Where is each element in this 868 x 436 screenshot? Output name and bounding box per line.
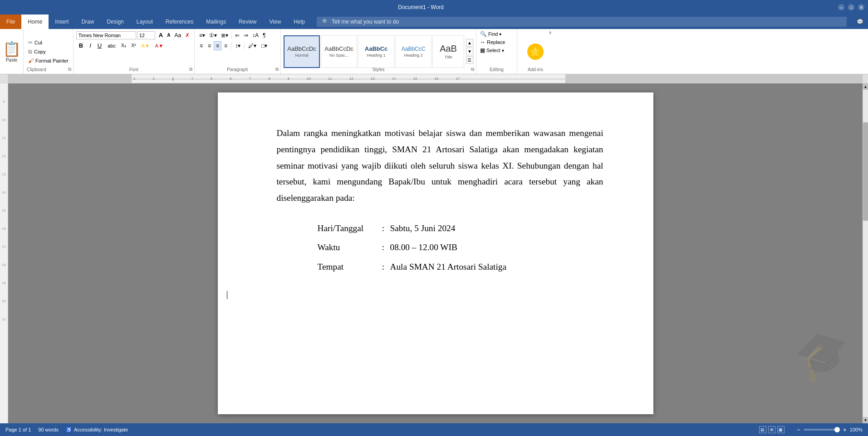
tab-file[interactable]: File <box>0 15 21 29</box>
view-buttons: ▤ ⊞ ▦ <box>759 426 785 433</box>
highlight-color-button[interactable]: A▼ <box>139 42 152 50</box>
sort-button[interactable]: ↕A <box>250 31 260 40</box>
scroll-track[interactable] <box>863 90 868 417</box>
copy-icon: ⧉ <box>28 48 32 55</box>
decrease-indent-button[interactable]: ⇐ <box>233 31 241 40</box>
minimize-button[interactable]: – <box>838 4 844 10</box>
select-button[interactable]: ▦ Select ▾ <box>480 47 513 53</box>
zoom-thumb <box>834 427 840 432</box>
style-no-spacing-text: AaBbCcDc <box>324 45 353 52</box>
scroll-thumb[interactable] <box>863 122 868 221</box>
underline-button[interactable]: U <box>95 41 104 50</box>
format-painter-icon: 🖌 <box>28 58 34 64</box>
font-color-button[interactable]: A▼ <box>153 42 166 50</box>
shading-button[interactable]: 🖊▾ <box>246 41 259 50</box>
tab-insert[interactable]: Insert <box>49 15 75 29</box>
detail-value-3: Aula SMAN 21 Artosari Salatiga <box>390 257 507 277</box>
tab-design[interactable]: Design <box>100 15 130 29</box>
style-normal[interactable]: AaBbCcDc Normal <box>284 35 320 68</box>
ribbon-collapse-icon[interactable]: ∧ <box>549 30 552 35</box>
print-layout-view-button[interactable]: ▤ <box>759 426 766 433</box>
tab-mailings[interactable]: Mailings <box>200 15 232 29</box>
addins-star-button[interactable]: ⭐ <box>527 44 544 60</box>
copy-button[interactable]: ⧉ Copy <box>26 48 70 56</box>
style-normal-text: AaBbCcDc <box>287 45 316 52</box>
strikethrough-button[interactable]: abc <box>105 42 118 50</box>
italic-button[interactable]: I <box>87 41 94 50</box>
change-case-button[interactable]: Aa <box>172 31 183 39</box>
style-heading1[interactable]: AaBbCc Heading 1 <box>358 35 394 68</box>
multilevel-list-button[interactable]: ≣▾ <box>219 31 230 40</box>
tab-layout[interactable]: Layout <box>130 15 159 29</box>
find-button[interactable]: 🔍 Find ▾ <box>480 31 513 37</box>
zoom-slider[interactable] <box>804 429 840 431</box>
style-title[interactable]: AaB Title <box>432 35 464 68</box>
numbering-button[interactable]: ①▾ <box>207 31 219 40</box>
search-bar[interactable]: 🔍 Tell me what you want to do <box>317 17 847 27</box>
zoom-in-button[interactable]: + <box>842 426 848 433</box>
zoom-out-button[interactable]: − <box>795 426 802 433</box>
tab-view[interactable]: View <box>263 15 288 29</box>
web-view-button[interactable]: ⊞ <box>768 426 775 433</box>
styles-scroll-up[interactable]: ▲ <box>466 39 473 47</box>
paragraph-expand-icon[interactable]: ⧉ <box>275 67 279 72</box>
tab-review[interactable]: Review <box>232 15 263 29</box>
font-name-input[interactable] <box>76 31 136 39</box>
justify-button[interactable]: ≡ <box>222 41 230 50</box>
page-info: Page 1 of 1 <box>5 427 31 432</box>
clipboard-expand-icon[interactable]: ⧉ <box>68 67 71 72</box>
replace-icon: ↔ <box>480 39 485 45</box>
align-right-button[interactable]: ≡ <box>214 41 221 50</box>
styles-more[interactable]: ☰ <box>466 56 473 64</box>
close-button[interactable]: ✕ <box>858 4 864 10</box>
document-paragraph-1[interactable]: Dalam rangka meningkatkan motivasi belaj… <box>277 125 603 206</box>
clipboard-group-label: Clipboard <box>0 67 73 72</box>
font-shrink-button[interactable]: A <box>165 32 172 39</box>
tab-draw[interactable]: Draw <box>75 15 100 29</box>
increase-indent-button[interactable]: ⇒ <box>242 31 250 40</box>
align-left-button[interactable]: ≡ <box>197 41 205 50</box>
style-heading2[interactable]: AaBbCcC Heading 2 <box>395 35 432 68</box>
line-spacing-button[interactable]: ↕▾ <box>233 41 243 50</box>
tab-help[interactable]: Help <box>287 15 311 29</box>
styles-expand-icon[interactable]: ⧉ <box>471 67 474 72</box>
detail-colon-3: : <box>377 257 390 277</box>
document-scroll-area[interactable]: Dalam rangka meningkatkan motivasi belaj… <box>8 83 863 423</box>
format-painter-button[interactable]: 🖌 Format Painter <box>26 57 70 65</box>
font-group-label: Font <box>74 67 194 72</box>
ruler-scrollbar-space <box>863 74 868 83</box>
font-grow-button[interactable]: A <box>157 31 165 39</box>
tab-references[interactable]: References <box>159 15 200 29</box>
borders-button[interactable]: □▾ <box>259 41 270 50</box>
replace-button[interactable]: ↔ Replace <box>480 39 513 45</box>
text-cursor <box>227 291 227 299</box>
bold-button[interactable]: B <box>76 41 86 50</box>
style-no-spacing[interactable]: AaBbCcDc No Spac... <box>321 35 357 68</box>
style-title-label: Title <box>445 55 452 59</box>
scroll-up-button[interactable]: ▲ <box>863 83 868 90</box>
clear-format-button[interactable]: ✗ <box>183 31 191 39</box>
superscript-button[interactable]: X² <box>129 42 138 49</box>
addins-group-label: Add-ins <box>517 67 554 72</box>
tab-home[interactable]: Home <box>21 15 49 29</box>
styles-group: AaBbCcDc Normal AaBbCcDc No Spac... AaBb… <box>281 29 476 74</box>
vertical-ruler: 9 10 11 12 13 14 15 16 17 18 19 20 21 <box>0 83 8 423</box>
editing-group: 🔍 Find ▾ ↔ Replace ▦ Select ▾ Editing <box>476 29 517 74</box>
chat-icon[interactable]: 💬 <box>852 15 868 29</box>
document-area: 9 10 11 12 13 14 15 16 17 18 19 20 21 Da… <box>0 83 868 423</box>
font-expand-icon[interactable]: ⧉ <box>189 67 192 72</box>
maximize-button[interactable]: □ <box>848 4 854 10</box>
styles-scroll-down[interactable]: ▼ <box>466 48 473 55</box>
bullets-button[interactable]: ≡▾ <box>197 31 207 40</box>
align-center-button[interactable]: ≡ <box>206 41 213 50</box>
scroll-down-button[interactable]: ▼ <box>863 417 868 423</box>
find-label: Find <box>488 31 498 37</box>
vertical-scrollbar[interactable]: ▲ ▼ <box>863 83 868 423</box>
show-formatting-button[interactable]: ¶ <box>261 31 267 40</box>
font-size-input[interactable] <box>137 31 155 39</box>
subscript-button[interactable]: X₂ <box>119 42 128 49</box>
read-view-button[interactable]: ▦ <box>777 426 785 433</box>
accessibility-label: Accessibility: Investigate <box>74 427 128 432</box>
accessibility-status[interactable]: ♿ Accessibility: Investigate <box>66 427 128 433</box>
cut-button[interactable]: ✂ Cut <box>26 39 70 47</box>
